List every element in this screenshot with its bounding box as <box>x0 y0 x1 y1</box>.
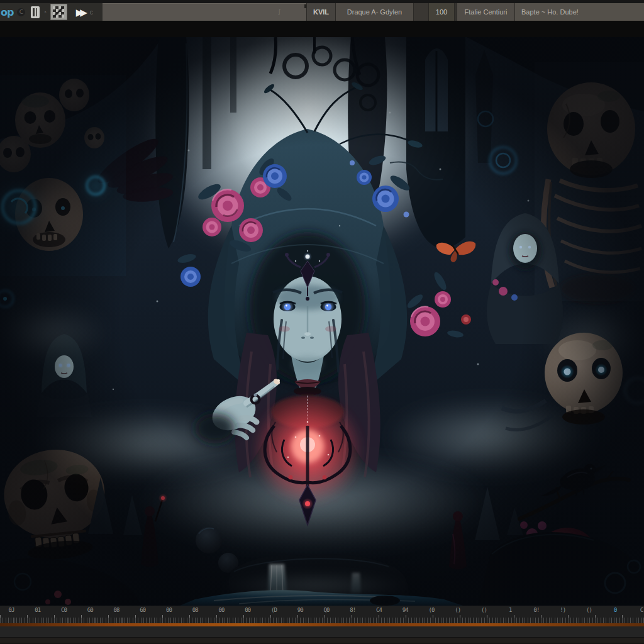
top-toolbar: op C ◦ ▶▶ c ʃ KVIL Draque A- Gdylen 100 … <box>0 0 644 21</box>
artwork-svg <box>0 37 644 606</box>
ruler-label: () <box>586 607 592 613</box>
ruler-label: () <box>455 607 460 613</box>
copyright-circle-icon[interactable]: C <box>17 8 25 16</box>
ruler-label: 90 <box>297 607 303 613</box>
toolbar-field-bapte[interactable]: Bapte ~ Ho. Dube! <box>514 3 644 21</box>
ruler-label: C <box>640 607 643 613</box>
checkerboard-button[interactable] <box>50 4 67 20</box>
ruler-label: G0 <box>87 607 93 613</box>
ruler-label: 94 <box>402 607 408 613</box>
ruler-label: 8! <box>350 607 355 613</box>
ruler-minor-ticks[interactable] <box>0 618 644 623</box>
ruler-label: 00 <box>245 607 250 613</box>
canvas-top-margin <box>0 21 644 37</box>
ruler-label: 0J <box>9 607 14 613</box>
toolbar-left-group: op C ◦ ▶▶ c <box>0 3 103 21</box>
ruler-label: () <box>481 607 487 613</box>
toolbar-fields: KVIL Draque A- Gdylen 100 Ftalie Centiur… <box>306 3 644 21</box>
ruler-bar: 0J01C0G0086000080000(D90Q08!C494(0()()10… <box>0 606 644 626</box>
ruler-label: 01 <box>35 607 40 613</box>
ruler-label: 1 <box>509 607 511 613</box>
ruler-labels: 0J01C0G0086000080000(D90Q08!C494(0()()10… <box>0 607 644 614</box>
ruler-label: (D <box>271 607 277 613</box>
ruler-label: C4 <box>376 607 382 613</box>
ruler-label: 00 <box>219 607 225 613</box>
ruler-label: 00 <box>166 607 172 613</box>
ruler-label: (0 <box>429 607 435 613</box>
toolbar-field-100[interactable]: 100 <box>428 3 454 21</box>
ruler-label: 08 <box>114 607 119 613</box>
bottom-status-bar <box>0 626 644 644</box>
document-panel-icon[interactable] <box>31 6 40 18</box>
faint-c-mark: c <box>90 9 93 16</box>
artwork-canvas[interactable] <box>0 37 644 606</box>
toolbar-field-kvil[interactable]: KVIL <box>306 3 335 21</box>
ruler-label: 0! <box>534 607 540 613</box>
faint-glyph: ʃ <box>279 8 280 15</box>
ruler-label: Q0 <box>324 607 330 613</box>
toolbar-field-ftalie[interactable]: Ftalie Centiuri <box>457 3 514 21</box>
art-vignette <box>0 37 644 606</box>
toolbar-middle-panel: ʃ <box>103 3 306 21</box>
search-icon[interactable]: ◦ <box>44 9 46 15</box>
fast-forward-icon[interactable]: ▶▶ <box>76 8 84 17</box>
ruler-label: 0 <box>614 607 616 613</box>
bottom-lower-strip <box>0 638 644 644</box>
toolbar-field-draque[interactable]: Draque A- Gdylen <box>335 3 413 21</box>
checkerboard-icon <box>53 6 64 18</box>
toolbar-field-gap <box>413 3 428 21</box>
ruler-label: !) <box>560 607 565 613</box>
ruler-label: 60 <box>140 607 145 613</box>
ruler-label: 08 <box>192 607 198 613</box>
app-wordmark: op <box>1 6 13 18</box>
ruler-label: C0 <box>61 607 67 613</box>
